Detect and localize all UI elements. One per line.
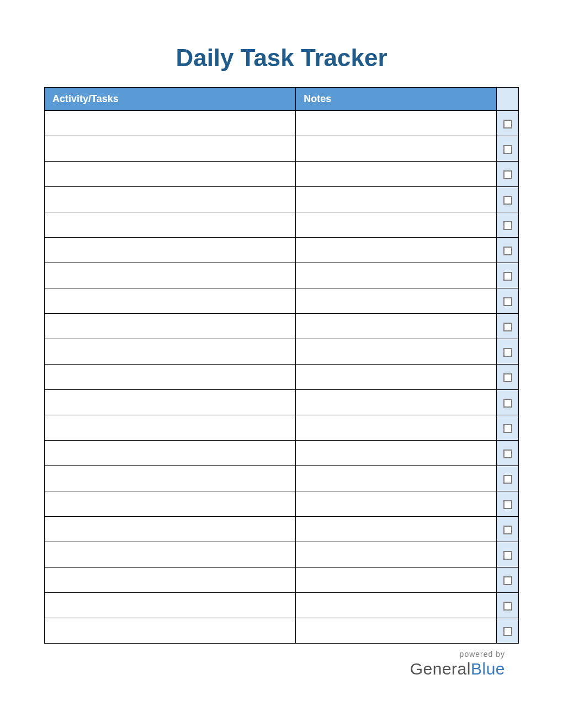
table-row: [45, 466, 519, 491]
notes-cell[interactable]: [296, 593, 497, 618]
checkbox-icon[interactable]: [503, 551, 512, 560]
notes-cell[interactable]: [296, 542, 497, 568]
checkbox-cell: [497, 491, 519, 517]
checkbox-icon[interactable]: [503, 627, 512, 636]
checkbox-icon[interactable]: [503, 221, 512, 230]
table-row: [45, 542, 519, 568]
table-row: [45, 187, 519, 212]
table-row: [45, 365, 519, 390]
checkbox-cell: [497, 212, 519, 238]
checkbox-cell: [497, 288, 519, 314]
checkbox-cell: [497, 618, 519, 644]
notes-cell[interactable]: [296, 111, 497, 136]
table-row: [45, 314, 519, 339]
powered-by-label: powered by: [410, 650, 505, 659]
checkbox-icon[interactable]: [503, 247, 512, 255]
checkbox-icon[interactable]: [503, 348, 512, 357]
activity-cell[interactable]: [45, 390, 296, 415]
notes-cell[interactable]: [296, 339, 497, 365]
notes-cell[interactable]: [296, 136, 497, 162]
activity-cell[interactable]: [45, 339, 296, 365]
table-row: [45, 162, 519, 187]
brand-first: General: [410, 660, 471, 678]
activity-cell[interactable]: [45, 187, 296, 212]
notes-cell[interactable]: [296, 365, 497, 390]
checkbox-cell: [497, 365, 519, 390]
table-row: [45, 415, 519, 441]
checkbox-icon[interactable]: [503, 323, 512, 331]
notes-cell[interactable]: [296, 314, 497, 339]
brand-logo: GeneralBlue: [410, 660, 505, 678]
activity-cell[interactable]: [45, 314, 296, 339]
activity-cell[interactable]: [45, 568, 296, 593]
checkbox-icon[interactable]: [503, 526, 512, 534]
notes-cell[interactable]: [296, 517, 497, 542]
checkbox-icon[interactable]: [503, 449, 512, 458]
checkbox-cell: [497, 415, 519, 441]
activity-cell[interactable]: [45, 238, 296, 263]
notes-cell[interactable]: [296, 441, 497, 466]
checkbox-icon[interactable]: [503, 272, 512, 281]
activity-cell[interactable]: [45, 542, 296, 568]
brand-second: Blue: [471, 660, 505, 678]
checkbox-cell: [497, 162, 519, 187]
notes-cell[interactable]: [296, 390, 497, 415]
notes-cell[interactable]: [296, 568, 497, 593]
checkbox-icon[interactable]: [503, 576, 512, 585]
checkbox-icon[interactable]: [503, 373, 512, 382]
column-header-check: [497, 88, 519, 111]
checkbox-icon[interactable]: [503, 475, 512, 484]
table-header-row: Activity/Tasks Notes: [45, 88, 519, 111]
checkbox-icon[interactable]: [503, 170, 512, 179]
notes-cell[interactable]: [296, 415, 497, 441]
activity-cell[interactable]: [45, 263, 296, 288]
activity-cell[interactable]: [45, 162, 296, 187]
activity-cell[interactable]: [45, 517, 296, 542]
notes-cell[interactable]: [296, 288, 497, 314]
notes-cell[interactable]: [296, 263, 497, 288]
table-row: [45, 491, 519, 517]
table-row: [45, 136, 519, 162]
checkbox-cell: [497, 517, 519, 542]
activity-cell[interactable]: [45, 618, 296, 644]
task-table: Activity/Tasks Notes: [44, 87, 519, 644]
table-row: [45, 593, 519, 618]
activity-cell[interactable]: [45, 441, 296, 466]
checkbox-icon[interactable]: [503, 120, 512, 129]
notes-cell[interactable]: [296, 238, 497, 263]
table-row: [45, 390, 519, 415]
activity-cell[interactable]: [45, 136, 296, 162]
activity-cell[interactable]: [45, 415, 296, 441]
table-row: [45, 212, 519, 238]
checkbox-icon[interactable]: [503, 602, 512, 611]
checkbox-icon[interactable]: [503, 145, 512, 154]
activity-cell[interactable]: [45, 466, 296, 491]
activity-cell[interactable]: [45, 491, 296, 517]
notes-cell[interactable]: [296, 491, 497, 517]
column-header-notes: Notes: [296, 88, 497, 111]
table-row: [45, 517, 519, 542]
checkbox-cell: [497, 339, 519, 365]
notes-cell[interactable]: [296, 187, 497, 212]
notes-cell[interactable]: [296, 466, 497, 491]
checkbox-icon[interactable]: [503, 500, 512, 509]
activity-cell[interactable]: [45, 288, 296, 314]
checkbox-icon[interactable]: [503, 399, 512, 408]
notes-cell[interactable]: [296, 618, 497, 644]
checkbox-cell: [497, 390, 519, 415]
notes-cell[interactable]: [296, 162, 497, 187]
table-row: [45, 618, 519, 644]
table-row: [45, 441, 519, 466]
checkbox-cell: [497, 568, 519, 593]
activity-cell[interactable]: [45, 365, 296, 390]
notes-cell[interactable]: [296, 212, 497, 238]
checkbox-icon[interactable]: [503, 196, 512, 205]
activity-cell[interactable]: [45, 593, 296, 618]
activity-cell[interactable]: [45, 212, 296, 238]
checkbox-cell: [497, 187, 519, 212]
checkbox-icon[interactable]: [503, 297, 512, 306]
activity-cell[interactable]: [45, 111, 296, 136]
checkbox-cell: [497, 542, 519, 568]
checkbox-icon[interactable]: [503, 424, 512, 433]
table-row: [45, 238, 519, 263]
